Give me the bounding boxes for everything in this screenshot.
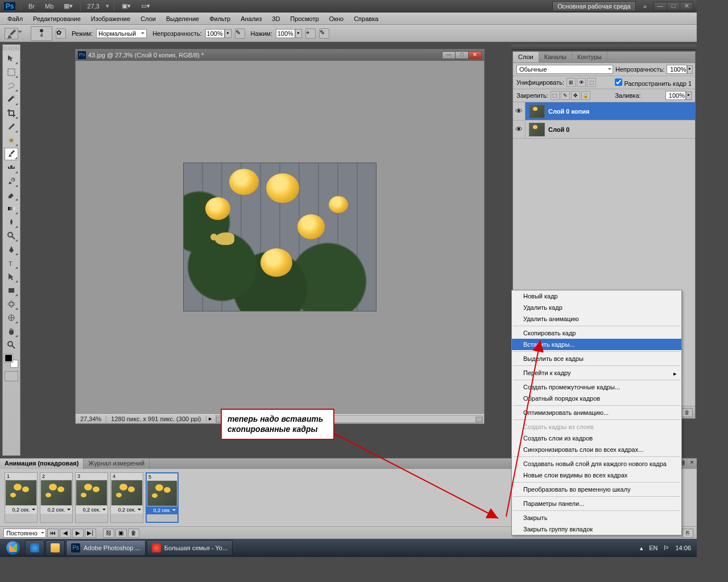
menu-new-layers-visible[interactable]: Новые слои видимы во всех кадрах bbox=[512, 469, 681, 481]
workspace-more-button[interactable]: » bbox=[640, 2, 650, 10]
layer-thumbnail[interactable] bbox=[529, 123, 545, 136]
lasso-tool[interactable] bbox=[5, 80, 18, 92]
delete-layer-icon[interactable]: 🗑 bbox=[681, 408, 693, 417]
lock-pixels-icon[interactable]: ✎ bbox=[561, 91, 570, 100]
fill-input[interactable] bbox=[665, 91, 686, 100]
crop-tool[interactable] bbox=[5, 107, 18, 119]
lock-all-icon[interactable]: 🔒 bbox=[581, 91, 590, 100]
visibility-toggle-icon[interactable]: 👁 bbox=[513, 102, 526, 120]
prev-frame-button[interactable]: ◀ bbox=[60, 529, 71, 538]
menu-view[interactable]: Просмотр bbox=[285, 14, 324, 24]
frame-delay[interactable]: 0,2 сек. bbox=[5, 506, 37, 514]
taskbar-explorer[interactable] bbox=[46, 540, 65, 556]
propagate-frame-checkbox[interactable] bbox=[615, 78, 622, 86]
unify-visibility-icon[interactable]: 👁 bbox=[577, 78, 586, 87]
color-swatches[interactable] bbox=[5, 354, 18, 368]
system-tray[interactable]: ▴ EN 🏳 14:06 bbox=[640, 544, 694, 552]
menu-file[interactable]: Файл bbox=[2, 14, 28, 24]
arrange-button[interactable]: ▣▾ bbox=[119, 2, 134, 10]
move-tool[interactable] bbox=[5, 52, 18, 65]
pen-tool[interactable] bbox=[5, 243, 18, 256]
play-button[interactable]: ▶ bbox=[72, 529, 84, 538]
history-brush-tool[interactable] bbox=[5, 175, 18, 188]
menu-new-layer-each-frame[interactable]: Создавать новый слой для каждого нового … bbox=[512, 458, 681, 469]
menu-flatten-frames[interactable]: Создать слои из кадров bbox=[512, 433, 681, 444]
menu-select[interactable]: Выделение bbox=[161, 14, 204, 24]
opacity-input[interactable] bbox=[205, 29, 225, 38]
first-frame-button[interactable]: ⏮ bbox=[47, 529, 59, 538]
taskbar-opera[interactable]: Большая семья - Yo... bbox=[147, 540, 233, 556]
brush-tool[interactable] bbox=[5, 148, 18, 160]
animation-frame[interactable]: 30,2 сек. bbox=[75, 472, 108, 523]
animation-frame[interactable]: 40,2 сек. bbox=[110, 472, 143, 523]
frame-delay[interactable]: 0,2 сек. bbox=[147, 506, 177, 514]
close-app-button[interactable]: ✕ bbox=[680, 2, 693, 11]
zoom-display[interactable]: 27,3 bbox=[85, 3, 101, 10]
doc-maximize-button[interactable]: □ bbox=[455, 51, 469, 59]
clock[interactable]: 14:06 bbox=[675, 544, 691, 551]
pressure-size-icon[interactable]: ✎ bbox=[319, 28, 329, 39]
menu-optimize-animation[interactable]: Оптимизировать анимацию... bbox=[512, 407, 681, 418]
menu-delete-animation[interactable]: Удалить анимацию bbox=[512, 313, 681, 325]
marquee-tool[interactable] bbox=[5, 66, 18, 78]
tab-paths[interactable]: Контуры bbox=[572, 52, 607, 63]
3d-camera-tool[interactable] bbox=[5, 311, 18, 324]
menu-match-layers[interactable]: Синхронизировать слои во всех кадрах... bbox=[512, 444, 681, 455]
menu-convert-timeline[interactable]: Преобразовать во временную шкалу bbox=[512, 484, 681, 495]
healing-brush-tool[interactable] bbox=[5, 134, 18, 147]
status-info[interactable]: 1280 пикс. x 991 пикс. (300 ppi) bbox=[106, 415, 206, 422]
animation-frame[interactable]: 10,2 сек. bbox=[5, 472, 38, 523]
layer-opacity-input[interactable] bbox=[667, 65, 687, 74]
menu-layer[interactable]: Слои bbox=[135, 14, 161, 24]
unify-position-icon[interactable]: ⊞ bbox=[566, 78, 576, 87]
screen-mode-button[interactable]: ▭▾ bbox=[138, 2, 153, 10]
doc-close-button[interactable]: ✕ bbox=[468, 51, 482, 59]
layer-name[interactable]: Слой 0 копия bbox=[548, 108, 589, 115]
frame-delay[interactable]: 0,2 сек. bbox=[76, 506, 107, 514]
rectangle-tool[interactable] bbox=[5, 284, 18, 297]
blur-tool[interactable] bbox=[5, 216, 18, 228]
tab-channels[interactable]: Каналы bbox=[539, 52, 572, 63]
blend-mode-select[interactable]: Нормальный bbox=[96, 29, 147, 38]
brush-panel-icon[interactable]: ✿ bbox=[56, 28, 66, 39]
unify-style-icon[interactable]: ⬚ bbox=[587, 78, 596, 87]
next-frame-button[interactable]: ▶| bbox=[85, 529, 96, 538]
taskbar-photoshop[interactable]: PsAdobe Photoshop ... bbox=[66, 540, 146, 556]
workspace-switcher[interactable]: Основная рабочая среда bbox=[552, 1, 636, 11]
frame-delay[interactable]: 0,2 сек. bbox=[111, 506, 143, 514]
lock-transparency-icon[interactable]: ⬚ bbox=[551, 91, 560, 100]
minibridge-button[interactable]: Mb bbox=[42, 2, 56, 10]
menu-close[interactable]: Закрыть bbox=[512, 512, 681, 523]
blend-mode-select[interactable]: Обычные bbox=[516, 65, 613, 74]
airbrush-icon[interactable]: ⌖ bbox=[305, 28, 316, 39]
convert-timeline-button[interactable]: ⎘ bbox=[682, 529, 693, 538]
frame-delay[interactable]: 0,2 сек. bbox=[40, 506, 72, 514]
magic-wand-tool[interactable] bbox=[5, 93, 18, 106]
quick-mask-button[interactable] bbox=[5, 371, 18, 381]
loop-select[interactable]: Постоянно bbox=[3, 529, 46, 538]
tray-show-hidden-icon[interactable]: ▴ bbox=[640, 544, 643, 552]
type-tool[interactable]: T bbox=[5, 257, 18, 269]
duplicate-frame-button[interactable]: ▣ bbox=[115, 529, 127, 538]
tray-flag-icon[interactable]: 🏳 bbox=[663, 544, 669, 551]
menu-new-frame[interactable]: Новый кадр bbox=[512, 290, 681, 302]
visibility-toggle-icon[interactable]: 👁 bbox=[513, 120, 526, 138]
pressure-opacity-icon[interactable]: ✎ bbox=[235, 28, 245, 39]
doc-minimize-button[interactable]: — bbox=[442, 51, 456, 59]
taskbar-ie[interactable] bbox=[25, 540, 44, 556]
menu-tween[interactable]: Создать промежуточные кадры... bbox=[512, 381, 681, 393]
tween-button[interactable]: ⛓ bbox=[103, 529, 114, 538]
eraser-tool[interactable] bbox=[5, 189, 18, 201]
view-extras-button[interactable]: ▦▾ bbox=[61, 2, 76, 10]
current-tool-preset[interactable] bbox=[5, 28, 18, 39]
start-button[interactable] bbox=[2, 540, 24, 556]
clone-stamp-tool[interactable] bbox=[5, 161, 18, 174]
flow-arrow[interactable]: ▸ bbox=[295, 29, 302, 38]
minimize-button[interactable]: — bbox=[653, 2, 667, 11]
menu-3d[interactable]: 3D bbox=[267, 14, 285, 24]
delete-frame-button[interactable]: 🗑 bbox=[128, 529, 139, 538]
animation-panel-close-button[interactable]: × bbox=[686, 459, 697, 469]
maximize-button[interactable]: □ bbox=[667, 2, 680, 11]
brush-preset-picker[interactable]: 4 bbox=[31, 26, 52, 41]
layer-thumbnail[interactable] bbox=[529, 105, 545, 118]
